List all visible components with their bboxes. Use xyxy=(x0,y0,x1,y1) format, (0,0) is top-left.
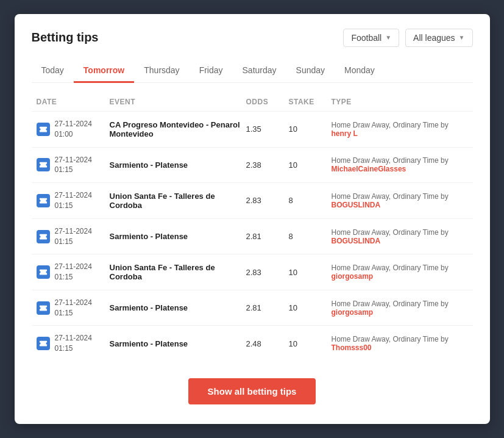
table-header: DATE EVENT ODDS STAKE TYPE xyxy=(32,93,473,111)
date-cell: 27-11-2024 01:15 xyxy=(37,155,110,176)
tab-monday[interactable]: Monday xyxy=(335,59,385,83)
card-header: Betting tips Football ▼ All leagues ▼ xyxy=(32,29,473,47)
date-text: 27-11-2024 01:15 xyxy=(55,155,92,176)
type-cell: Home Draw Away, Ordinary Time by Michael… xyxy=(332,156,468,173)
tab-thursday[interactable]: Thursday xyxy=(134,59,189,83)
type-cell: Home Draw Away, Ordinary Time by Thomsss… xyxy=(332,335,468,352)
show-all-button[interactable]: Show all betting tips xyxy=(188,378,316,404)
stake-value: 8 xyxy=(289,232,332,241)
ticket-svg xyxy=(39,125,48,134)
ticket-icon xyxy=(37,301,50,315)
ticket-icon xyxy=(37,123,50,136)
date-cell: 27-11-2024 01:15 xyxy=(37,333,110,354)
col-event: EVENT xyxy=(110,98,246,106)
show-all-wrap: Show all betting tips xyxy=(32,378,473,404)
date-text: 27-11-2024 01:15 xyxy=(55,262,92,282)
date-text: 27-11-2024 01:00 xyxy=(55,119,92,140)
date-text: 27-11-2024 01:15 xyxy=(55,333,92,354)
stake-value: 10 xyxy=(289,124,332,134)
leagues-filter[interactable]: All leagues ▼ xyxy=(405,29,472,47)
type-cell: Home Draw Away, Ordinary Time by henry L xyxy=(332,121,468,138)
ticket-svg xyxy=(39,232,48,241)
ticket-svg xyxy=(39,304,48,312)
event-name: Sarmiento - Platense xyxy=(110,160,246,170)
col-type: TYPE xyxy=(332,98,468,106)
event-name: Sarmiento - Platense xyxy=(110,339,246,348)
event-name: Union Santa Fe - Talleres de Cordoba xyxy=(110,192,246,210)
football-filter[interactable]: Football ▼ xyxy=(343,29,399,47)
user-link[interactable]: Thomsss00 xyxy=(332,343,372,352)
stake-value: 10 xyxy=(289,339,332,348)
odds-value: 2.83 xyxy=(246,196,289,205)
event-name: CA Progreso Montevideo - Penarol Montevi… xyxy=(110,120,246,138)
leagues-filter-label: All leagues xyxy=(413,33,455,43)
ticket-icon xyxy=(37,194,50,207)
tab-tomorrow[interactable]: Tomorrow xyxy=(74,59,134,83)
date-cell: 27-11-2024 01:15 xyxy=(37,298,110,318)
ticket-icon xyxy=(37,337,50,350)
type-cell: Home Draw Away, Ordinary Time by giorgos… xyxy=(332,264,468,281)
user-link[interactable]: BOGUSLINDA xyxy=(332,201,381,209)
date-cell: 27-11-2024 01:00 xyxy=(37,119,110,140)
stake-value: 8 xyxy=(289,196,332,205)
odds-value: 2.38 xyxy=(246,160,289,170)
user-link[interactable]: BOGUSLINDA xyxy=(332,237,381,245)
event-name: Union Santa Fe - Talleres de Cordoba xyxy=(110,263,246,281)
table-row: 27-11-2024 01:15 Sarmiento - Platense 2.… xyxy=(32,325,473,361)
odds-value: 2.81 xyxy=(246,232,289,241)
table-row: 27-11-2024 01:15 Union Santa Fe - Taller… xyxy=(32,182,473,218)
user-link[interactable]: MichaelCaineGlasses xyxy=(332,165,406,173)
col-date: DATE xyxy=(37,98,110,106)
page-title: Betting tips xyxy=(32,31,99,45)
col-stake: STAKE xyxy=(289,98,332,106)
tab-sunday[interactable]: Sunday xyxy=(286,59,335,83)
date-cell: 27-11-2024 01:15 xyxy=(37,226,110,247)
table-body: 27-11-2024 01:00 CA Progreso Montevideo … xyxy=(32,111,473,361)
chevron-down-icon: ▼ xyxy=(385,34,391,41)
tab-bar: Today Tomorrow Thursday Friday Saturday … xyxy=(32,59,473,83)
ticket-svg xyxy=(39,339,48,348)
main-card: Betting tips Football ▼ All leagues ▼ To… xyxy=(15,14,490,424)
football-filter-label: Football xyxy=(351,33,382,43)
odds-value: 2.48 xyxy=(246,339,289,348)
ticket-icon xyxy=(37,230,50,243)
table-row: 27-11-2024 01:00 CA Progreso Montevideo … xyxy=(32,111,473,147)
date-cell: 27-11-2024 01:15 xyxy=(37,190,110,211)
stake-value: 10 xyxy=(289,303,332,312)
type-cell: Home Draw Away, Ordinary Time by BOGUSLI… xyxy=(332,228,468,245)
col-odds: ODDS xyxy=(246,98,289,106)
odds-value: 2.81 xyxy=(246,303,289,312)
event-name: Sarmiento - Platense xyxy=(110,303,246,312)
event-name: Sarmiento - Platense xyxy=(110,232,246,241)
date-text: 27-11-2024 01:15 xyxy=(55,226,92,247)
stake-value: 10 xyxy=(289,268,332,277)
ticket-svg xyxy=(39,196,48,205)
odds-value: 2.83 xyxy=(246,268,289,277)
table-row: 27-11-2024 01:15 Sarmiento - Platense 2.… xyxy=(32,290,473,326)
odds-value: 1.35 xyxy=(246,124,289,134)
table-row: 27-11-2024 01:15 Union Santa Fe - Taller… xyxy=(32,254,473,290)
date-cell: 27-11-2024 01:15 xyxy=(37,262,110,282)
user-link[interactable]: giorgosamp xyxy=(332,272,374,281)
filters: Football ▼ All leagues ▼ xyxy=(343,29,472,47)
user-link[interactable]: henry L xyxy=(332,129,358,138)
ticket-icon xyxy=(37,158,50,171)
table-row: 27-11-2024 01:15 Sarmiento - Platense 2.… xyxy=(32,147,473,183)
tab-saturday[interactable]: Saturday xyxy=(233,59,286,83)
date-text: 27-11-2024 01:15 xyxy=(55,298,92,318)
user-link[interactable]: giorgosamp xyxy=(332,308,374,317)
ticket-svg xyxy=(39,268,48,276)
tab-today[interactable]: Today xyxy=(32,59,74,83)
chevron-down-icon: ▼ xyxy=(459,34,465,41)
ticket-svg xyxy=(39,160,48,169)
table-row: 27-11-2024 01:15 Sarmiento - Platense 2.… xyxy=(32,218,473,254)
ticket-icon xyxy=(37,265,50,279)
tab-friday[interactable]: Friday xyxy=(190,59,233,83)
date-text: 27-11-2024 01:15 xyxy=(55,190,92,211)
type-cell: Home Draw Away, Ordinary Time by BOGUSLI… xyxy=(332,192,468,209)
type-cell: Home Draw Away, Ordinary Time by giorgos… xyxy=(332,300,468,317)
stake-value: 10 xyxy=(289,160,332,170)
